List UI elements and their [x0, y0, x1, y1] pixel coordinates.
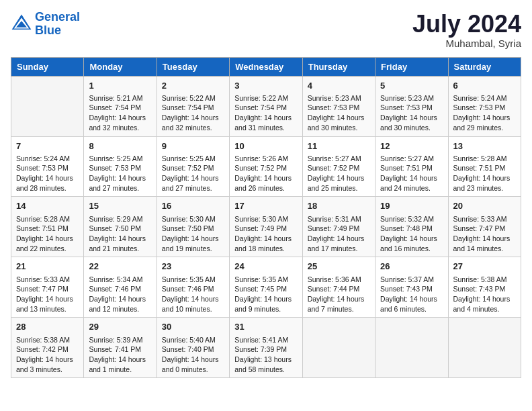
day-number: 19 — [380, 200, 443, 212]
day-info: Sunrise: 5:38 AM Sunset: 7:42 PM Dayligh… — [16, 335, 79, 375]
calendar-cell: 10Sunrise: 5:26 AM Sunset: 7:52 PM Dayli… — [230, 136, 302, 197]
calendar-cell: 26Sunrise: 5:37 AM Sunset: 7:43 PM Dayli… — [375, 257, 448, 318]
logo-icon — [11, 13, 32, 35]
day-number: 26 — [380, 261, 443, 273]
calendar-cell: 27Sunrise: 5:38 AM Sunset: 7:43 PM Dayli… — [448, 257, 521, 318]
calendar-cell: 11Sunrise: 5:27 AM Sunset: 7:52 PM Dayli… — [302, 136, 375, 197]
calendar-cell: 22Sunrise: 5:34 AM Sunset: 7:46 PM Dayli… — [84, 257, 157, 318]
day-number: 2 — [162, 80, 224, 92]
calendar-cell — [375, 318, 448, 378]
calendar-week-4: 21Sunrise: 5:33 AM Sunset: 7:47 PM Dayli… — [11, 257, 521, 318]
day-number: 18 — [308, 200, 370, 212]
calendar-cell: 8Sunrise: 5:25 AM Sunset: 7:53 PM Daylig… — [84, 136, 157, 197]
day-number: 12 — [380, 140, 443, 152]
day-info: Sunrise: 5:28 AM Sunset: 7:51 PM Dayligh… — [453, 154, 516, 193]
day-number: 29 — [89, 321, 151, 333]
day-info: Sunrise: 5:24 AM Sunset: 7:53 PM Dayligh… — [16, 154, 79, 193]
day-number: 28 — [16, 321, 79, 333]
calendar-cell: 14Sunrise: 5:28 AM Sunset: 7:51 PM Dayli… — [11, 197, 84, 257]
day-info: Sunrise: 5:28 AM Sunset: 7:51 PM Dayligh… — [16, 214, 79, 254]
calendar-cell: 28Sunrise: 5:38 AM Sunset: 7:42 PM Dayli… — [11, 318, 84, 378]
day-info: Sunrise: 5:22 AM Sunset: 7:54 PM Dayligh… — [162, 93, 224, 133]
day-info: Sunrise: 5:35 AM Sunset: 7:46 PM Dayligh… — [162, 275, 224, 314]
day-info: Sunrise: 5:36 AM Sunset: 7:44 PM Dayligh… — [308, 275, 370, 314]
day-info: Sunrise: 5:22 AM Sunset: 7:54 PM Dayligh… — [234, 93, 297, 133]
day-info: Sunrise: 5:21 AM Sunset: 7:54 PM Dayligh… — [89, 93, 151, 133]
calendar-cell: 7Sunrise: 5:24 AM Sunset: 7:53 PM Daylig… — [11, 136, 84, 197]
month-title: July 2024 — [412, 11, 521, 38]
day-info: Sunrise: 5:24 AM Sunset: 7:53 PM Dayligh… — [453, 93, 516, 133]
day-number: 31 — [234, 321, 297, 333]
day-number: 20 — [453, 200, 516, 212]
day-info: Sunrise: 5:39 AM Sunset: 7:41 PM Dayligh… — [89, 335, 151, 375]
day-number: 25 — [308, 261, 370, 273]
day-number: 13 — [453, 140, 516, 152]
day-info: Sunrise: 5:40 AM Sunset: 7:40 PM Dayligh… — [162, 335, 224, 375]
calendar-cell: 5Sunrise: 5:23 AM Sunset: 7:53 PM Daylig… — [375, 76, 448, 136]
column-header-tuesday: Tuesday — [157, 57, 229, 76]
day-info: Sunrise: 5:33 AM Sunset: 7:47 PM Dayligh… — [453, 214, 516, 254]
page-header: General Blue July 2024 Muhambal, Syria — [11, 11, 521, 49]
day-info: Sunrise: 5:31 AM Sunset: 7:49 PM Dayligh… — [308, 214, 370, 254]
day-number: 21 — [16, 261, 79, 273]
calendar-week-3: 14Sunrise: 5:28 AM Sunset: 7:51 PM Dayli… — [11, 197, 521, 257]
day-number: 4 — [308, 80, 370, 92]
calendar-cell: 1Sunrise: 5:21 AM Sunset: 7:54 PM Daylig… — [84, 76, 157, 136]
day-info: Sunrise: 5:34 AM Sunset: 7:46 PM Dayligh… — [89, 275, 151, 314]
column-header-thursday: Thursday — [302, 57, 375, 76]
calendar-cell: 20Sunrise: 5:33 AM Sunset: 7:47 PM Dayli… — [448, 197, 521, 257]
calendar-cell: 19Sunrise: 5:32 AM Sunset: 7:48 PM Dayli… — [375, 197, 448, 257]
day-info: Sunrise: 5:35 AM Sunset: 7:45 PM Dayligh… — [234, 275, 297, 314]
day-number: 11 — [308, 140, 370, 152]
day-number: 10 — [234, 140, 297, 152]
calendar-cell: 3Sunrise: 5:22 AM Sunset: 7:54 PM Daylig… — [230, 76, 302, 136]
calendar-week-1: 1Sunrise: 5:21 AM Sunset: 7:54 PM Daylig… — [11, 76, 521, 136]
day-number: 30 — [162, 321, 224, 333]
column-header-sunday: Sunday — [11, 57, 84, 76]
calendar-cell: 17Sunrise: 5:30 AM Sunset: 7:49 PM Dayli… — [230, 197, 302, 257]
day-info: Sunrise: 5:26 AM Sunset: 7:52 PM Dayligh… — [234, 154, 297, 193]
day-info: Sunrise: 5:38 AM Sunset: 7:43 PM Dayligh… — [453, 275, 516, 314]
day-number: 7 — [16, 140, 79, 152]
day-number: 3 — [234, 80, 297, 92]
column-header-wednesday: Wednesday — [230, 57, 302, 76]
calendar-header-row: SundayMondayTuesdayWednesdayThursdayFrid… — [11, 57, 521, 76]
day-number: 24 — [234, 261, 297, 273]
calendar-cell: 23Sunrise: 5:35 AM Sunset: 7:46 PM Dayli… — [157, 257, 229, 318]
day-info: Sunrise: 5:30 AM Sunset: 7:49 PM Dayligh… — [234, 214, 297, 254]
day-info: Sunrise: 5:33 AM Sunset: 7:47 PM Dayligh… — [16, 275, 79, 314]
day-number: 6 — [453, 80, 516, 92]
calendar-cell: 16Sunrise: 5:30 AM Sunset: 7:50 PM Dayli… — [157, 197, 229, 257]
calendar-cell — [448, 318, 521, 378]
calendar-week-2: 7Sunrise: 5:24 AM Sunset: 7:53 PM Daylig… — [11, 136, 521, 197]
calendar-cell: 13Sunrise: 5:28 AM Sunset: 7:51 PM Dayli… — [448, 136, 521, 197]
day-info: Sunrise: 5:23 AM Sunset: 7:53 PM Dayligh… — [308, 93, 370, 133]
location-subtitle: Muhambal, Syria — [412, 38, 521, 49]
calendar-week-5: 28Sunrise: 5:38 AM Sunset: 7:42 PM Dayli… — [11, 318, 521, 378]
day-info: Sunrise: 5:30 AM Sunset: 7:50 PM Dayligh… — [162, 214, 224, 254]
day-number: 15 — [89, 200, 151, 212]
logo: General Blue — [11, 11, 80, 38]
day-number: 27 — [453, 261, 516, 273]
logo-blue: Blue — [35, 24, 61, 37]
day-number: 8 — [89, 140, 151, 152]
column-header-friday: Friday — [375, 57, 448, 76]
calendar-cell: 31Sunrise: 5:41 AM Sunset: 7:39 PM Dayli… — [230, 318, 302, 378]
day-number: 5 — [380, 80, 443, 92]
calendar-cell: 18Sunrise: 5:31 AM Sunset: 7:49 PM Dayli… — [302, 197, 375, 257]
calendar-table: SundayMondayTuesdayWednesdayThursdayFrid… — [11, 57, 521, 379]
day-info: Sunrise: 5:23 AM Sunset: 7:53 PM Dayligh… — [380, 93, 443, 133]
calendar-cell: 24Sunrise: 5:35 AM Sunset: 7:45 PM Dayli… — [230, 257, 302, 318]
logo-general: General — [35, 10, 80, 24]
day-info: Sunrise: 5:25 AM Sunset: 7:52 PM Dayligh… — [162, 154, 224, 193]
calendar-cell: 15Sunrise: 5:29 AM Sunset: 7:50 PM Dayli… — [84, 197, 157, 257]
calendar-cell: 2Sunrise: 5:22 AM Sunset: 7:54 PM Daylig… — [157, 76, 229, 136]
day-info: Sunrise: 5:32 AM Sunset: 7:48 PM Dayligh… — [380, 214, 443, 254]
calendar-cell — [11, 76, 84, 136]
day-info: Sunrise: 5:29 AM Sunset: 7:50 PM Dayligh… — [89, 214, 151, 254]
column-header-monday: Monday — [84, 57, 157, 76]
calendar-cell: 12Sunrise: 5:27 AM Sunset: 7:51 PM Dayli… — [375, 136, 448, 197]
day-number: 1 — [89, 80, 151, 92]
calendar-cell — [302, 318, 375, 378]
day-number: 16 — [162, 200, 224, 212]
